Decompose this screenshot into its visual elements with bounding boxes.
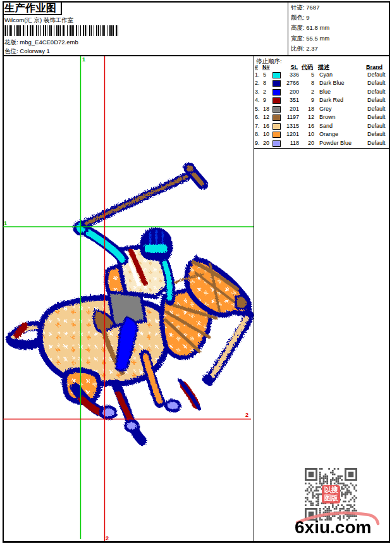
start-marker-label-left: 1: [4, 221, 7, 226]
embroidery-design: [10, 163, 248, 440]
front-leg-wrap-fringe: [179, 380, 199, 408]
horse-muzzle: [235, 295, 247, 308]
hoof-powder-blue-3: [165, 400, 179, 410]
hoof-powder-blue-1: [100, 406, 115, 417]
rider-visor: [144, 244, 166, 252]
rider-chin: [147, 252, 163, 259]
front-leg-2-fetlock: [202, 373, 212, 383]
end-marker-label-right: 2: [245, 412, 248, 418]
hoof-powder-blue-2: [125, 420, 137, 430]
seal-text-top: 以搜: [322, 486, 340, 494]
production-worksheet-page: { "header": { "title": "生产作业图", "subtitl…: [0, 0, 392, 544]
watermark-seal: 以搜 图版: [322, 485, 340, 504]
rider-arm-raised-core: [82, 228, 121, 259]
front-leg-2-core: [210, 318, 245, 377]
end-marker-label-bottom: 2: [106, 536, 109, 541]
design-canvas: [0, 0, 392, 544]
seal-text-bottom: 图版: [322, 494, 340, 502]
start-marker-label-top: 1: [82, 57, 85, 63]
watermark-site: 6xiu.com: [295, 517, 371, 538]
mallet-head-knob: [185, 163, 193, 172]
mallet-stick-core: [85, 176, 186, 223]
